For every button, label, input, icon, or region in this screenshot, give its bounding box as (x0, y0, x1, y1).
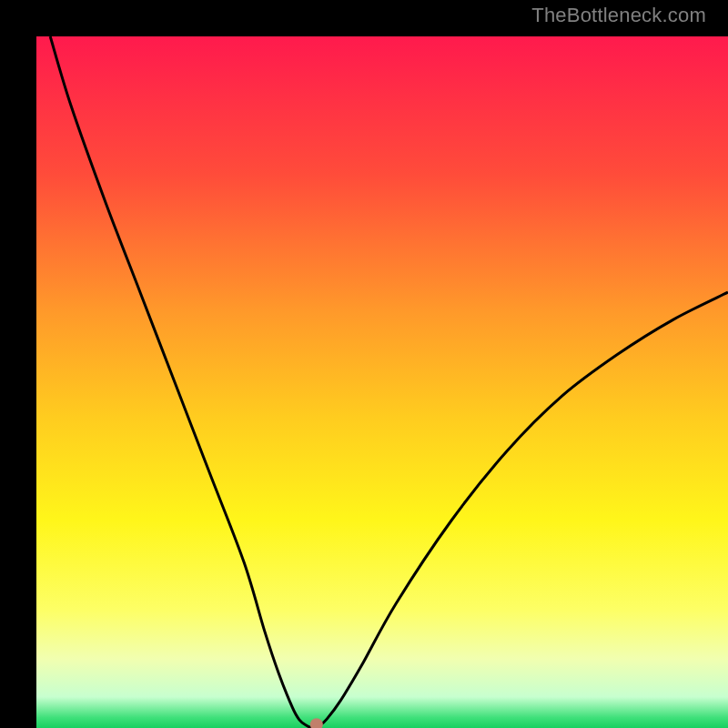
optimum-marker (310, 718, 323, 728)
bottleneck-curve (36, 36, 728, 728)
plot-area (36, 36, 728, 728)
chart-frame (0, 0, 728, 728)
watermark-text: TheBottleneck.com (531, 4, 706, 27)
